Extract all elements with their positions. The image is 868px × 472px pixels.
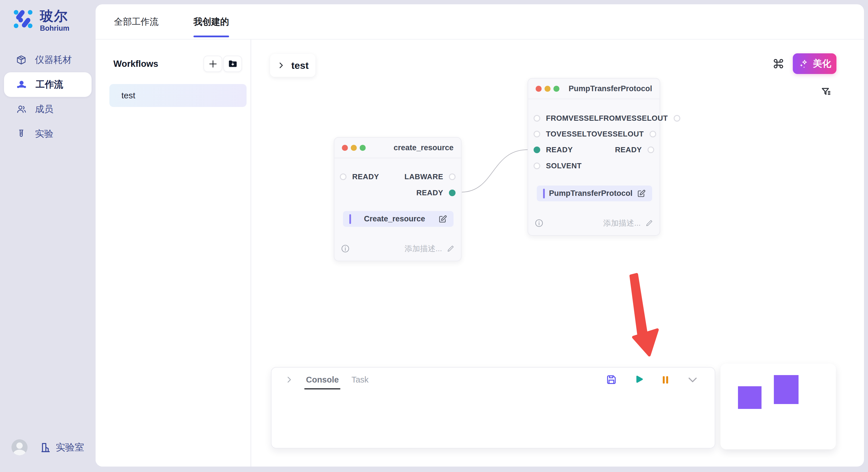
tab-all-workflows[interactable]: 全部工作流: [114, 4, 158, 39]
lab-label[interactable]: 实验室: [56, 441, 84, 454]
port-label: TOVESSEL: [546, 130, 587, 138]
workflow-tabbar: 全部工作流 我创建的: [96, 4, 864, 40]
output-port-ready[interactable]: READY: [615, 145, 654, 154]
edge-ready-connection: [457, 105, 532, 199]
tab-label: Console: [306, 375, 339, 384]
port-circle-connected[interactable]: [449, 190, 456, 196]
members-icon: [16, 104, 26, 114]
node-action-pill[interactable]: PumpTransferProtocol: [537, 186, 652, 201]
port-circle[interactable]: [674, 115, 680, 122]
traffic-dots-icon: [342, 145, 366, 151]
pencil-icon[interactable]: [446, 245, 455, 252]
pause-icon[interactable]: [660, 374, 671, 385]
port-circle[interactable]: [340, 173, 346, 180]
input-port-ready[interactable]: READY: [534, 145, 573, 154]
description-placeholder[interactable]: 添加描述...: [350, 243, 442, 254]
app-title: 玻尔: [40, 9, 69, 24]
add-workflow-button[interactable]: [204, 56, 222, 72]
pill-label: PumpTransferProtocol: [545, 189, 637, 198]
port-circle[interactable]: [449, 173, 456, 180]
edit-icon[interactable]: [438, 214, 447, 224]
app-logo: 玻尔 Bohrium: [13, 9, 90, 34]
app-subtitle: Bohrium: [40, 24, 69, 32]
node-create-resource[interactable]: create_resource READY LABWARE READY Crea…: [334, 137, 462, 261]
port-label: LABWARE: [404, 172, 443, 181]
tab-task[interactable]: Task: [351, 368, 369, 392]
port-circle[interactable]: [648, 146, 654, 153]
port-label: FROMVESSELOUT: [599, 114, 668, 123]
workflow-list-panel: Workflows test: [96, 40, 251, 467]
port-label: READY: [546, 145, 573, 154]
team-icon: [16, 79, 27, 90]
avatar[interactable]: [11, 439, 28, 456]
edit-icon[interactable]: [637, 189, 646, 198]
breadcrumb-label: test: [291, 60, 309, 71]
command-icon[interactable]: [772, 57, 785, 71]
tab-label: 我创建的: [193, 16, 229, 28]
port-label: SOLVENT: [546, 162, 582, 170]
port-label: TOVESSELOUT: [587, 130, 644, 138]
lab-building-icon: [40, 442, 51, 453]
info-icon[interactable]: [341, 244, 350, 253]
sidebar-item-label: 实验: [35, 128, 53, 140]
pencil-icon[interactable]: [645, 219, 653, 227]
port-label: FROMVESSEL: [546, 114, 599, 123]
input-port-tovessel[interactable]: TOVESSEL: [534, 130, 587, 138]
node-pump-transfer-protocol[interactable]: PumpTransferProtocol FROMVESSEL FROMVESS…: [528, 78, 660, 236]
output-port-labware[interactable]: LABWARE: [404, 172, 456, 181]
sidebar-nav: 仪器耗材 工作流 成员: [4, 47, 92, 146]
save-icon[interactable]: [606, 374, 617, 385]
chevron-right-icon[interactable]: [277, 61, 285, 69]
port-circle[interactable]: [650, 131, 656, 137]
test-tube-icon: [16, 129, 26, 139]
port-label: READY: [352, 172, 379, 181]
output-port-tovesselout[interactable]: TOVESSELOUT: [587, 130, 656, 138]
input-port-fromvessel[interactable]: FROMVESSEL: [534, 114, 599, 123]
tab-my-created[interactable]: 我创建的: [193, 4, 229, 39]
port-circle[interactable]: [534, 131, 540, 137]
package-icon: [16, 55, 26, 65]
sidebar-item-members[interactable]: 成员: [4, 97, 92, 122]
port-circle[interactable]: [534, 115, 540, 122]
node-title: PumpTransferProtocol: [559, 84, 652, 93]
console-panel: Console Task: [271, 367, 715, 448]
minimap-node: [738, 386, 762, 409]
tab-label: Task: [351, 375, 369, 384]
minimap[interactable]: [720, 364, 836, 449]
sidebar-item-label: 仪器耗材: [35, 54, 72, 66]
traffic-dots-icon: [536, 86, 559, 92]
sidebar-item-label: 成员: [35, 103, 53, 115]
info-icon[interactable]: [534, 218, 544, 228]
workflow-item-label: test: [121, 91, 135, 100]
sidebar-item-instruments[interactable]: 仪器耗材: [4, 47, 92, 72]
input-port-ready[interactable]: READY: [340, 172, 379, 181]
sparkles-icon: [798, 58, 809, 69]
input-port-solvent[interactable]: SOLVENT: [534, 162, 582, 170]
main-panel: 全部工作流 我创建的 Workflows test: [96, 4, 864, 467]
workflow-breadcrumb[interactable]: test: [270, 54, 315, 77]
port-label: READY: [615, 145, 642, 154]
node-header: create_resource: [334, 138, 461, 158]
sidebar-item-experiments[interactable]: 实验: [4, 122, 92, 146]
output-port-fromvesselout[interactable]: FROMVESSELOUT: [599, 114, 680, 123]
tab-label: 全部工作流: [114, 16, 158, 28]
port-circle-connected[interactable]: [534, 146, 540, 153]
beautify-label: 美化: [813, 57, 831, 70]
expand-chevron-icon[interactable]: [285, 375, 293, 384]
workflow-list-item[interactable]: test: [110, 84, 247, 107]
sidebar-item-workflows[interactable]: 工作流: [4, 72, 92, 97]
minimap-node: [774, 375, 799, 404]
collapse-chevron-down-icon[interactable]: [687, 374, 699, 386]
tab-console[interactable]: Console: [306, 368, 339, 392]
description-placeholder[interactable]: 添加描述...: [544, 218, 641, 228]
node-action-pill[interactable]: Create_resource: [343, 211, 454, 227]
pill-label: Create_resource: [351, 214, 438, 224]
import-folder-button[interactable]: [223, 56, 242, 72]
beautify-button[interactable]: 美化: [793, 53, 836, 74]
run-icon[interactable]: [633, 374, 644, 385]
filter-icon[interactable]: [819, 85, 833, 99]
bohrium-logo-icon: [13, 9, 33, 29]
output-port-ready[interactable]: READY: [416, 189, 456, 197]
sidebar-item-label: 工作流: [36, 78, 63, 91]
port-circle[interactable]: [534, 163, 540, 169]
